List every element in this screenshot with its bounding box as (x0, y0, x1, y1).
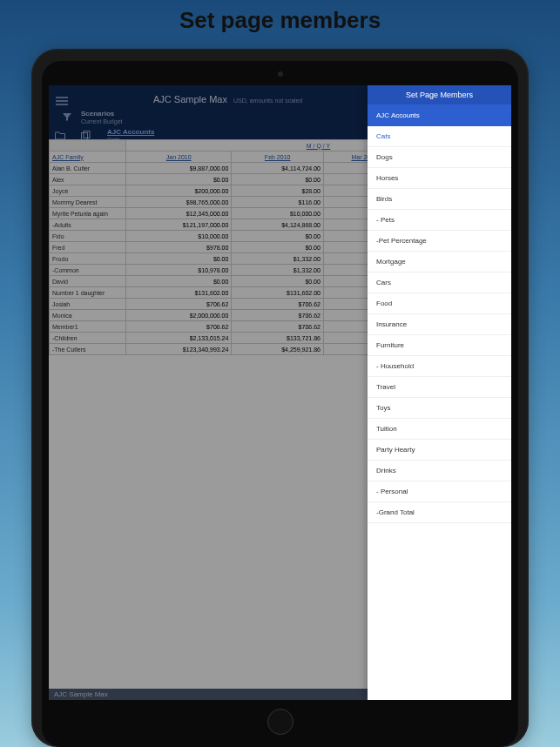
panel-list[interactable]: CatsDogsHorsesBirds- Pets-Pet Percentage… (368, 126, 511, 700)
cell[interactable]: $116.00 (232, 197, 324, 208)
row-name: -The Cutlers (50, 344, 126, 355)
row-name: Joyce (50, 185, 126, 197)
row-name: Alex (50, 174, 126, 185)
row-name: Alan B. Cutler (50, 163, 126, 174)
scenarios-value: Current Budget (81, 118, 122, 125)
col-header[interactable]: Jan 2010 (126, 151, 232, 163)
home-button[interactable] (267, 709, 293, 735)
cell[interactable]: $1,332.00 (232, 265, 324, 276)
cell[interactable]: $706.62 (232, 310, 324, 321)
panel-item[interactable]: Travel (368, 377, 511, 398)
cell[interactable]: $131,602.00 (232, 287, 324, 299)
cell[interactable]: $978.00 (126, 242, 232, 253)
panel-item[interactable]: Horses (368, 168, 511, 189)
panel-item[interactable]: Insurance (368, 314, 511, 335)
cell[interactable]: $10,978.00 (126, 265, 232, 276)
panel-item[interactable]: - Personal (368, 481, 511, 502)
panel-item[interactable]: - Household (368, 356, 511, 377)
panel-item[interactable]: Tuition (368, 419, 511, 440)
row-name: -Common (50, 265, 126, 276)
panel-item[interactable]: Cats (368, 126, 511, 147)
cell[interactable]: $2,000,000.00 (126, 310, 232, 321)
cell[interactable]: $28.00 (232, 185, 324, 197)
cell[interactable]: $0.00 (232, 231, 324, 242)
row-name: Mommy Dearest (50, 197, 126, 208)
hamburger-icon[interactable] (56, 94, 68, 108)
row-name: Frodo (50, 253, 126, 265)
app-screen: AJC Sample Max USD, amounts not scaled S… (49, 85, 511, 700)
folder-icon[interactable] (55, 128, 65, 138)
row-name: -Adults (50, 219, 126, 231)
copy-icon[interactable] (81, 128, 91, 138)
cell[interactable]: $706.62 (232, 321, 324, 333)
cell[interactable]: $131,602.00 (126, 287, 232, 299)
panel-item[interactable]: -Grand Total (368, 502, 511, 523)
cell[interactable]: $10,000.00 (126, 231, 232, 242)
accounts-label: AJC Accounts (107, 128, 154, 137)
cell[interactable]: $0.00 (126, 253, 232, 265)
currency-note: USD, amounts not scaled (233, 98, 302, 104)
cell[interactable]: $1,332.00 (232, 253, 324, 265)
filter-icon[interactable] (62, 110, 72, 120)
cell[interactable]: $9,887,000.00 (126, 163, 232, 174)
cell[interactable]: $0.00 (126, 174, 232, 185)
panel-item[interactable]: Food (368, 293, 511, 314)
cell[interactable]: $706.62 (232, 299, 324, 310)
cell[interactable]: $10,000.00 (232, 208, 324, 219)
app-name-text: AJC Sample Max (153, 94, 227, 104)
row-axis-label[interactable]: AJC Family (50, 151, 126, 163)
camera-dot (278, 71, 283, 77)
scenarios-block: Scenarios Current Budget (81, 110, 122, 125)
panel-item[interactable]: Dogs (368, 147, 511, 168)
row-name: Member1 (50, 321, 126, 333)
cell[interactable]: $121,197,000.00 (126, 219, 232, 231)
panel-title: Set Page Members (368, 85, 511, 104)
panel-item[interactable]: - Pets (368, 210, 511, 231)
panel-item[interactable]: Cars (368, 273, 511, 293)
promo-title: Set page members (0, 0, 560, 34)
panel-subtitle: AJC Accounts (368, 104, 511, 126)
panel-item[interactable]: Toys (368, 398, 511, 419)
panel-item[interactable]: Furniture (368, 335, 511, 356)
set-page-members-panel: Set Page Members AJC Accounts CatsDogsHo… (368, 85, 511, 700)
tablet-frame: AJC Sample Max USD, amounts not scaled S… (31, 49, 529, 747)
row-name: Fred (50, 242, 126, 253)
row-name: Josiah (50, 299, 126, 310)
mqy-link[interactable]: M / Q / Y (307, 143, 331, 149)
panel-item[interactable]: -Pet Percentage (368, 231, 511, 252)
scenarios-label: Scenarios (81, 110, 122, 118)
panel-item[interactable]: Drinks (368, 461, 511, 481)
svg-rect-1 (84, 131, 90, 138)
row-name: Number 1 daughter (50, 287, 126, 299)
panel-item[interactable]: Party Hearty (368, 440, 511, 461)
cell[interactable]: $0.00 (232, 276, 324, 287)
cell[interactable]: $123,340,993.24 (126, 344, 232, 355)
app-name: AJC Sample Max USD, amounts not scaled (153, 94, 302, 104)
cell[interactable]: $0.00 (232, 174, 324, 185)
cell[interactable]: $0.00 (232, 242, 324, 253)
cell[interactable]: $706.62 (126, 321, 232, 333)
cell[interactable]: $4,124,868.00 (232, 219, 324, 231)
row-name: David (50, 276, 126, 287)
panel-item[interactable]: Mortgage (368, 252, 511, 273)
footer-text: AJC Sample Max (54, 690, 108, 698)
cell[interactable]: $133,721.86 (232, 333, 324, 344)
cell[interactable]: $200,000.00 (126, 185, 232, 197)
cell[interactable]: $706.62 (126, 299, 232, 310)
cell[interactable]: $0.00 (126, 276, 232, 287)
row-name: Fido (50, 231, 126, 242)
row-name: Myrtle Petunia again (50, 208, 126, 219)
cell[interactable]: $4,259,921.86 (232, 344, 324, 355)
col-header[interactable]: Feb 2010 (232, 151, 324, 163)
cell[interactable]: $2,133,015.24 (126, 333, 232, 344)
row-name: -Children (50, 333, 126, 344)
row-name: Monica (50, 310, 126, 321)
cell[interactable]: $4,114,724.00 (232, 163, 324, 174)
cell[interactable]: $12,345,000.00 (126, 208, 232, 219)
cell[interactable]: $98,765,000.00 (126, 197, 232, 208)
panel-item[interactable]: Birds (368, 189, 511, 210)
